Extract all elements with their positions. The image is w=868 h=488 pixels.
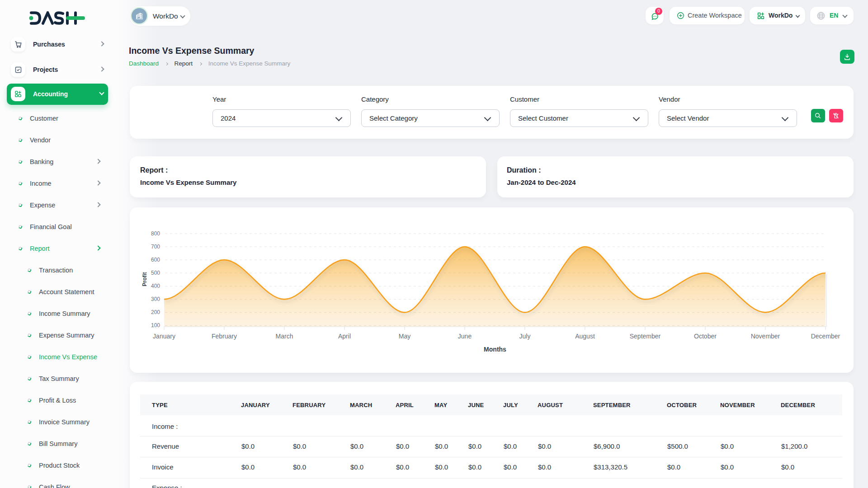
svg-text:March: March: [276, 333, 293, 340]
svg-text:Months: Months: [484, 346, 506, 353]
svg-text:700: 700: [151, 244, 160, 250]
svg-text:600: 600: [151, 257, 160, 263]
svg-text:February: February: [212, 333, 237, 340]
svg-text:400: 400: [151, 283, 160, 289]
svg-text:300: 300: [151, 296, 160, 302]
svg-text:100: 100: [151, 322, 160, 328]
svg-text:500: 500: [151, 270, 160, 276]
svg-text:November: November: [751, 333, 780, 340]
svg-text:800: 800: [151, 230, 160, 237]
svg-text:December: December: [811, 333, 840, 340]
svg-text:October: October: [694, 333, 717, 340]
svg-text:January: January: [153, 333, 175, 340]
svg-text:August: August: [575, 333, 595, 340]
svg-text:April: April: [338, 333, 351, 340]
svg-text:May: May: [399, 333, 410, 340]
svg-text:September: September: [630, 333, 661, 340]
svg-text:July: July: [519, 333, 531, 340]
svg-text:Profit: Profit: [142, 272, 148, 286]
svg-text:June: June: [458, 333, 472, 340]
svg-text:200: 200: [151, 309, 160, 315]
